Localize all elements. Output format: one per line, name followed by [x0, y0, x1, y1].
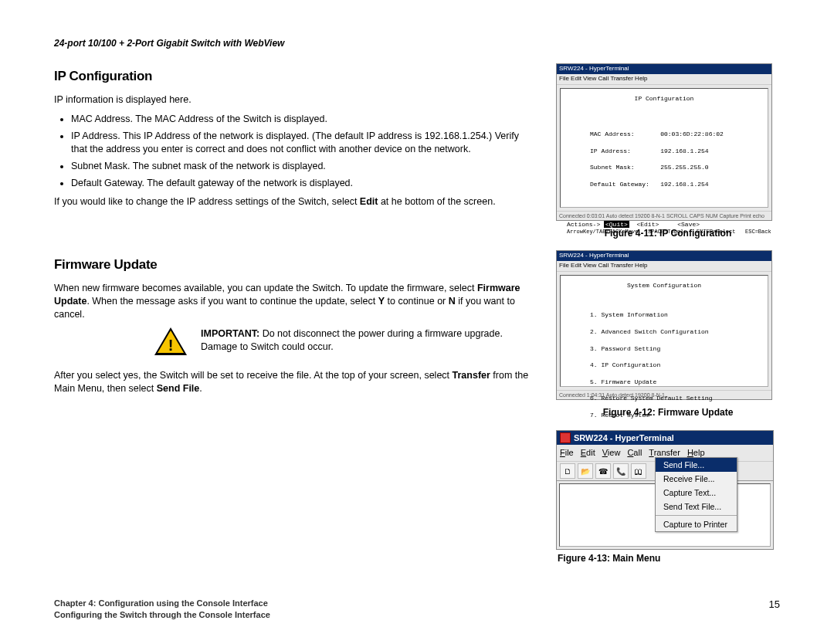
figure-ip-config: SRW224 - HyperTerminal File Edit View Ca… [556, 63, 772, 221]
important-note: ! IMPORTANT: Do not disconnect the power… [154, 327, 534, 355]
tool-new-icon[interactable]: 🗋 [560, 463, 575, 479]
transfer-dropdown: Send File... Receive File... Capture Tex… [655, 457, 737, 533]
fig13-caption: Figure 4-13: Main Menu [558, 552, 780, 564]
fig11-menubar: File Edit View Call Transfer Help [557, 74, 771, 85]
bullet-subnet: Subnet Mask. The subnet mask of the netw… [71, 160, 534, 173]
menu-send-text-file[interactable]: Send Text File... [656, 500, 737, 514]
warning-icon: ! [154, 327, 187, 355]
fig12-screen: System Configuration 1. System Informati… [560, 275, 768, 387]
menu-call[interactable]: Call [627, 447, 642, 459]
bullet-gateway: Default Gateway. The default gateway of … [71, 177, 534, 190]
fig11-screen: IP Configuration MAC Address: 00:03:6D:2… [560, 88, 768, 208]
menu-view[interactable]: View [602, 447, 621, 459]
ip-edit-instruction: If you would like to change the IP addre… [54, 195, 534, 208]
bullet-ip: IP Address. This IP Address of the netwo… [71, 130, 534, 156]
figure-main-menu: SRW224 - HyperTerminal File Edit View Ca… [556, 430, 772, 546]
menu-receive-file[interactable]: Receive File... [656, 472, 737, 486]
page-number: 15 [769, 598, 780, 621]
footer-chapter: Chapter 4: Configuration using the Conso… [54, 598, 270, 609]
menu-capture-text[interactable]: Capture Text... [656, 486, 737, 500]
menu-capture-printer[interactable]: Capture to Printer [656, 517, 737, 531]
firmware-instructions: When new firmware becomes available, you… [54, 282, 534, 321]
tool-open-icon[interactable]: 📂 [578, 463, 593, 479]
ip-intro: IP information is displayed here. [54, 93, 534, 107]
transfer-instruction: After you select yes, the Switch will be… [54, 369, 534, 395]
bullet-mac: MAC Address. The MAC Address of the Swit… [71, 113, 534, 126]
menu-send-file[interactable]: Send File... [656, 458, 737, 472]
fig12-menubar: File Edit View Call Transfer Help [557, 261, 771, 272]
page-header: 24-port 10/100 + 2-Port Gigabit Switch w… [54, 37, 780, 49]
tool-dial-icon[interactable]: ☎ [595, 463, 611, 479]
section-firmware-update: Firmware Update [54, 256, 534, 274]
tool-props-icon[interactable]: 🕮 [631, 463, 646, 479]
figure-firmware-update: SRW224 - HyperTerminal File Edit View Ca… [556, 250, 772, 400]
menu-file[interactable]: File [560, 447, 574, 459]
page-footer: Chapter 4: Configuration using the Conso… [54, 590, 780, 621]
footer-section: Configuring the Switch through the Conso… [54, 609, 270, 621]
fig12-title: SRW224 - HyperTerminal [557, 251, 771, 261]
menu-edit[interactable]: Edit [581, 447, 595, 459]
tool-hangup-icon[interactable]: 📞 [613, 463, 629, 479]
menu-separator [656, 515, 737, 516]
fig12-status: Connected 1:04:31 Auto detect 19200 8-N-… [557, 390, 771, 399]
fig13-titlebar: SRW224 - HyperTerminal [557, 431, 773, 446]
ip-bullet-list: MAC Address. The MAC Address of the Swit… [54, 113, 534, 189]
fig11-status: Connected 0:03:01 Auto detect 19200 8-N-… [557, 211, 771, 220]
important-text: IMPORTANT: Do not disconnect the power d… [201, 327, 534, 354]
app-icon [560, 432, 571, 443]
section-ip-config: IP Configuration [54, 68, 534, 86]
fig11-title: SRW224 - HyperTerminal [557, 64, 771, 74]
